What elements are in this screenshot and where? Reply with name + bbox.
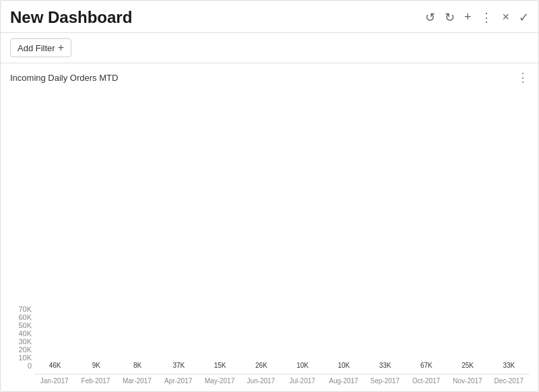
toolbar-actions: ↺ ↻ + ⋮ × ✓ [425,10,529,25]
y-axis-label: 0 [10,362,34,370]
add-filter-label: Add Filter [18,43,55,53]
bar-value-label: 25K [453,362,482,369]
bar-value-label: 33K [494,362,524,369]
x-axis-label: Apr-2017 [158,374,198,385]
filter-bar: Add Filter + [1,33,538,63]
x-axis-label: Oct-2017 [406,374,446,385]
bar-value-label: 46K [40,362,69,369]
y-axis-label: 20K [10,346,34,354]
y-axis-label: 50K [10,321,34,329]
bar-value-label: 15K [205,362,234,369]
chart-menu-icon[interactable]: ⋮ [517,70,529,85]
page-title: New Dashboard [10,8,132,27]
x-axis-label: Jun-2017 [241,374,281,385]
title-bar: New Dashboard ↺ ↻ + ⋮ × ✓ [1,1,538,33]
add-filter-button[interactable]: Add Filter + [10,38,71,57]
undo-icon[interactable]: ↺ [425,10,435,25]
y-axis-label: 10K [10,354,34,362]
main-window: New Dashboard ↺ ↻ + ⋮ × ✓ Add Filter + I… [0,0,539,392]
bar-value-label: 9K [82,362,111,369]
y-axis: 010K20K30K40K50K60K70K [10,305,34,385]
add-icon[interactable]: + [464,10,472,24]
y-axis-label: 70K [10,305,34,313]
bars-container: 46K9K8K37K15K26K10K10K33K67K25K33K [34,374,529,374]
x-axis: Jan-2017Feb-2017Mar-2017Apr-2017May-2017… [34,374,529,385]
x-axis-label: Nov-2017 [447,374,487,385]
x-axis-label: Jul-2017 [282,374,322,385]
bar-value-label: 10K [288,362,317,369]
x-axis-label: Mar-2017 [117,374,157,385]
x-axis-label: Sep-2017 [365,374,405,385]
x-axis-label: Jan-2017 [34,374,74,385]
x-axis-label: Dec-2017 [489,374,529,385]
chart-area: 010K20K30K40K50K60K70K 46K9K8K37K15K26K1… [10,88,529,385]
y-axis-label: 60K [10,313,34,321]
bar-value-label: 26K [247,362,276,369]
bars-and-x: 46K9K8K37K15K26K10K10K33K67K25K33K Jan-2… [34,374,529,385]
chart-title: Incoming Daily Orders MTD [10,73,118,83]
y-axis-label: 40K [10,329,34,337]
bar-value-label: 10K [329,362,358,369]
bar-value-label: 37K [164,362,193,369]
x-axis-label: Aug-2017 [323,374,363,385]
bar-value-label: 67K [412,362,441,369]
y-axis-label: 30K [10,337,34,346]
x-axis-label: May-2017 [199,374,239,385]
add-filter-plus-icon: + [58,42,64,54]
chart-inner: 010K20K30K40K50K60K70K 46K9K8K37K15K26K1… [10,88,529,385]
x-axis-label: Feb-2017 [75,374,115,385]
redo-icon[interactable]: ↻ [445,10,455,25]
chart-panel: Incoming Daily Orders MTD ⋮ 010K20K30K40… [1,63,538,391]
bar-value-label: 33K [370,362,400,369]
check-icon[interactable]: ✓ [519,10,529,25]
chart-title-row: Incoming Daily Orders MTD ⋮ [10,70,529,85]
close-icon[interactable]: × [502,10,509,24]
bar-value-label: 8K [123,362,152,369]
more-icon[interactable]: ⋮ [480,10,493,25]
